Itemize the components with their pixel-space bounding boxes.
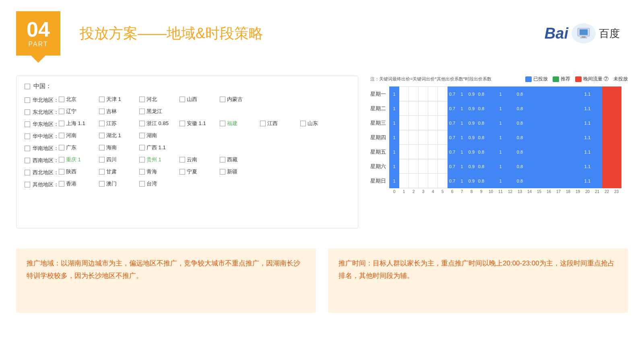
grid-cell[interactable]: 0.9	[467, 87, 477, 101]
grid-cell[interactable]: 1.1	[583, 145, 592, 159]
city-checkbox[interactable]	[139, 157, 145, 162]
grid-cell[interactable]	[506, 159, 515, 174]
grid-cell[interactable]	[399, 130, 409, 145]
city-checkbox[interactable]	[139, 133, 145, 138]
grid-cell[interactable]	[419, 130, 428, 145]
grid-cell[interactable]	[428, 87, 438, 101]
grid-cell[interactable]: 1	[390, 87, 399, 101]
grid-cell[interactable]: 1	[390, 174, 399, 188]
grid-cell[interactable]	[612, 174, 621, 188]
grid-cell[interactable]	[592, 174, 602, 188]
grid-cell[interactable]	[525, 159, 535, 174]
city-checkbox[interactable]	[180, 157, 185, 162]
grid-cell[interactable]: 0.8	[477, 174, 486, 188]
grid-cell[interactable]	[409, 116, 419, 130]
grid-cell[interactable]	[592, 101, 602, 116]
city-checkbox[interactable]	[99, 157, 105, 162]
city-checkbox[interactable]	[180, 121, 185, 126]
grid-cell[interactable]	[428, 145, 438, 159]
region-checkbox[interactable]	[25, 170, 30, 175]
grid-cell[interactable]	[544, 174, 554, 188]
grid-cell[interactable]	[399, 116, 409, 130]
city-checkbox[interactable]	[220, 97, 225, 102]
city-checkbox[interactable]	[59, 169, 64, 175]
grid-cell[interactable]	[564, 174, 573, 188]
city-checkbox[interactable]	[300, 121, 306, 126]
grid-cell[interactable]: 1	[457, 101, 467, 116]
grid-cell[interactable]	[419, 174, 428, 188]
grid-cell[interactable]: 1	[496, 101, 506, 116]
grid-cell[interactable]: 0.8	[515, 174, 525, 188]
grid-cell[interactable]	[612, 159, 621, 174]
grid-cell[interactable]: 1	[390, 116, 399, 130]
grid-cell[interactable]: 1	[457, 116, 467, 130]
grid-cell[interactable]	[602, 87, 612, 101]
city-checkbox[interactable]	[139, 169, 145, 175]
city-checkbox[interactable]	[99, 145, 105, 150]
grid-cell[interactable]: 0.8	[515, 130, 525, 145]
grid-cell[interactable]: 1.1	[583, 101, 592, 116]
grid-cell[interactable]: 0.9	[467, 130, 477, 145]
grid-cell[interactable]: 1.1	[583, 87, 592, 101]
grid-cell[interactable]	[535, 116, 544, 130]
grid-cell[interactable]	[438, 174, 448, 188]
grid-cell[interactable]	[506, 145, 515, 159]
grid-cell[interactable]	[602, 130, 612, 145]
grid-cell[interactable]: 1	[496, 174, 506, 188]
grid-cell[interactable]	[409, 159, 419, 174]
grid-cell[interactable]	[419, 145, 428, 159]
grid-cell[interactable]	[535, 145, 544, 159]
grid-cell[interactable]	[544, 116, 554, 130]
grid-cell[interactable]: 0.9	[467, 159, 477, 174]
grid-cell[interactable]	[592, 159, 602, 174]
city-checkbox[interactable]	[220, 121, 225, 126]
grid-cell[interactable]: 1.1	[583, 174, 592, 188]
grid-cell[interactable]	[573, 101, 583, 116]
region-checkbox[interactable]	[25, 158, 30, 163]
grid-cell[interactable]: 1	[496, 87, 506, 101]
grid-cell[interactable]	[592, 130, 602, 145]
grid-cell[interactable]: 0.9	[467, 101, 477, 116]
grid-cell[interactable]: 0.9	[467, 174, 477, 188]
grid-cell[interactable]	[399, 159, 409, 174]
grid-cell[interactable]	[486, 159, 496, 174]
grid-cell[interactable]: 1	[390, 145, 399, 159]
grid-cell[interactable]: 1	[457, 159, 467, 174]
grid-cell[interactable]: 1	[496, 130, 506, 145]
grid-cell[interactable]	[438, 116, 448, 130]
grid-cell[interactable]: 0.8	[477, 87, 486, 101]
grid-cell[interactable]	[554, 159, 564, 174]
grid-cell[interactable]: 0.7	[448, 116, 457, 130]
grid-cell[interactable]: 0.8	[477, 116, 486, 130]
city-checkbox[interactable]	[59, 145, 64, 150]
grid-cell[interactable]	[506, 101, 515, 116]
grid-cell[interactable]	[438, 159, 448, 174]
grid-cell[interactable]	[554, 130, 564, 145]
grid-cell[interactable]	[554, 87, 564, 101]
grid-cell[interactable]: 1	[390, 159, 399, 174]
grid-cell[interactable]	[428, 174, 438, 188]
grid-cell[interactable]	[428, 101, 438, 116]
city-checkbox[interactable]	[139, 181, 145, 187]
grid-cell[interactable]	[506, 87, 515, 101]
grid-cell[interactable]	[612, 130, 621, 145]
grid-cell[interactable]	[573, 87, 583, 101]
grid-cell[interactable]: 0.7	[448, 87, 457, 101]
city-checkbox[interactable]	[59, 157, 64, 162]
grid-cell[interactable]: 0.8	[515, 159, 525, 174]
grid-cell[interactable]: 0.8	[477, 145, 486, 159]
region-checkbox[interactable]	[25, 121, 30, 127]
grid-cell[interactable]	[554, 101, 564, 116]
grid-cell[interactable]	[525, 174, 535, 188]
grid-cell[interactable]	[419, 101, 428, 116]
grid-cell[interactable]	[486, 116, 496, 130]
grid-cell[interactable]	[428, 130, 438, 145]
city-checkbox[interactable]	[99, 109, 105, 114]
grid-cell[interactable]: 1	[390, 101, 399, 116]
grid-cell[interactable]	[506, 174, 515, 188]
grid-cell[interactable]	[564, 101, 573, 116]
grid-cell[interactable]	[535, 87, 544, 101]
city-checkbox[interactable]	[59, 181, 64, 187]
grid-cell[interactable]	[486, 145, 496, 159]
grid-cell[interactable]	[564, 159, 573, 174]
